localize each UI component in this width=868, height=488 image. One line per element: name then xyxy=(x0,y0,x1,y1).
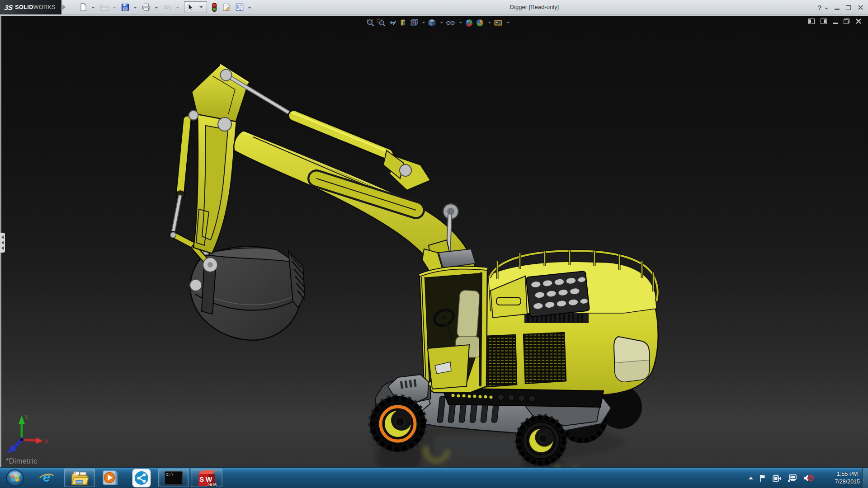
options-button[interactable] xyxy=(234,2,245,13)
rebuild-stoplight-icon xyxy=(211,2,218,12)
undo-button[interactable] xyxy=(162,2,173,13)
excavator-model[interactable] xyxy=(0,16,868,469)
clock-time: 1:55 PM xyxy=(837,470,858,478)
save-button[interactable] xyxy=(120,2,131,13)
side-vent-grille xyxy=(524,333,566,384)
menu-expand-arrow-icon[interactable] xyxy=(62,5,66,10)
window-title: Digger [Read-only] xyxy=(510,0,559,14)
taskbar-item-media-player[interactable] xyxy=(99,469,121,487)
windows-start-orb-icon xyxy=(6,469,24,487)
show-desktop-button[interactable] xyxy=(862,468,868,488)
undo-arrow-icon xyxy=(163,3,172,12)
windows-taskbar: e xyxy=(0,467,868,488)
save-floppy-icon xyxy=(121,3,130,12)
command-prompt-icon: C:\_ xyxy=(165,471,183,485)
taskbar-item-command-prompt[interactable]: C:\_ xyxy=(158,469,189,487)
help-dropdown[interactable] xyxy=(825,8,828,9)
undo-dropdown[interactable] xyxy=(176,7,179,9)
new-button[interactable] xyxy=(78,2,89,13)
start-button[interactable] xyxy=(4,469,26,487)
taskbar-clock[interactable]: 1:55 PM 7/28/2015 xyxy=(835,468,860,488)
volume-muted-icon[interactable] xyxy=(803,474,814,483)
taskbar-item-internet-explorer[interactable]: e xyxy=(36,469,57,487)
system-tray xyxy=(749,468,814,488)
internet-explorer-ring-icon xyxy=(39,472,54,480)
file-properties-icon xyxy=(222,3,231,12)
app-titlebar: 3S SOLIDWORKS xyxy=(0,0,868,14)
open-dropdown[interactable] xyxy=(113,7,116,9)
print-icon xyxy=(142,3,151,12)
new-document-icon xyxy=(79,3,88,12)
solidworks-version-badge: 2015 xyxy=(208,483,217,487)
graphics-area[interactable]: Y X *Dimetric xyxy=(0,14,868,467)
options-dropdown[interactable] xyxy=(248,7,251,9)
options-checklist-icon xyxy=(235,3,244,12)
engine-block xyxy=(524,271,590,323)
desktop: 3S SOLIDWORKS xyxy=(0,0,868,488)
solidworks-logo-mark: 3S xyxy=(4,4,14,11)
network-icon[interactable] xyxy=(788,474,797,482)
close-button[interactable] xyxy=(858,5,863,10)
new-dropdown[interactable] xyxy=(91,7,95,9)
taskbar-item-share-app[interactable] xyxy=(129,469,154,487)
share-app-icon xyxy=(132,469,151,488)
solidworks-logo-light: WORKS xyxy=(33,4,56,10)
rebuild-button[interactable] xyxy=(210,1,219,13)
save-dropdown[interactable] xyxy=(133,7,137,9)
power-plug-icon[interactable] xyxy=(772,474,782,482)
solidworks-app-icon: SW 2015 xyxy=(198,470,215,486)
open-folder-icon xyxy=(99,3,109,12)
button-divider xyxy=(196,2,196,12)
select-dropdown[interactable] xyxy=(199,6,203,8)
windows-explorer-icon xyxy=(71,470,89,486)
restore-button[interactable] xyxy=(846,5,851,10)
select-tool-button[interactable] xyxy=(184,1,207,13)
window-controls: ? xyxy=(818,0,863,14)
excavator-cab[interactable] xyxy=(420,249,487,393)
taskbar-item-windows-explorer[interactable] xyxy=(64,469,95,487)
media-player-icon xyxy=(101,469,119,487)
taskbar-item-solidworks[interactable]: SW 2015 xyxy=(191,469,222,487)
select-cursor-icon xyxy=(185,2,194,12)
file-properties-button[interactable] xyxy=(221,2,232,13)
quick-access-toolbar xyxy=(77,0,254,14)
solidworks-logo: 3S SOLIDWORKS xyxy=(0,0,61,14)
solidworks-cube-letters: SW xyxy=(199,475,215,483)
print-dropdown[interactable] xyxy=(155,7,158,9)
solidworks-logo-bold: SOLID xyxy=(15,4,33,10)
clock-date: 7/28/2015 xyxy=(835,478,860,486)
view-orientation-label: *Dimetric xyxy=(6,457,37,465)
show-hidden-icons-button[interactable] xyxy=(749,477,753,479)
minimize-button[interactable] xyxy=(835,9,840,10)
open-button[interactable] xyxy=(99,2,110,13)
print-button[interactable] xyxy=(141,2,152,13)
help-button[interactable]: ? xyxy=(818,4,822,11)
action-center-flag-icon[interactable] xyxy=(759,474,767,482)
